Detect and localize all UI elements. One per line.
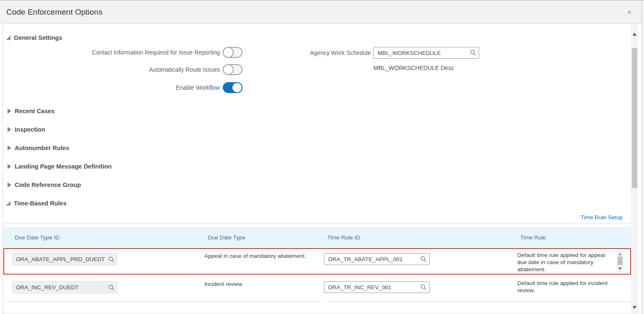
search-icon[interactable] [108,256,115,262]
time-rule-setup-link[interactable]: Time Rule Setup [581,214,623,221]
table-top-border [3,223,631,223]
agency-work-schedule-label: Agency Work Schedule [310,49,371,56]
collapse-triangle-icon [6,201,10,206]
due-date-type-id-lov [12,253,117,266]
time-rule-text: Default time rule applied for incident r… [517,280,615,294]
section-label: Inspection [15,126,45,133]
scroll-up-icon[interactable] [633,33,636,36]
section-label: Landing Page Message Definition [15,163,112,170]
expand-triangle-icon [8,164,11,169]
scroll-down-icon[interactable] [633,306,636,309]
section-general-settings[interactable]: General Settings [6,34,62,41]
search-icon[interactable] [470,50,476,56]
toggle-label: Contact Information Required for Issue R… [92,49,220,56]
time-rule-id-input[interactable] [324,253,430,265]
agency-work-schedule-description: MBL_WORKSCHEDULE Desc [373,65,454,71]
search-icon[interactable] [108,284,115,291]
section-inspection[interactable]: Inspection [8,126,45,133]
row-divider [326,301,521,302]
page-title: Code Enforcement Options [6,0,102,24]
modal-header: Code Enforcement Options × [0,0,642,24]
toggle-label: Enable Workflow [176,84,220,91]
section-label: Code Reference Group [15,182,81,188]
toggle-knob [223,64,234,75]
scroll-up-icon[interactable] [618,253,622,255]
panel-bottom-border [3,313,641,314]
collapse-triangle-icon [6,36,10,40]
toggle-row-auto-route: Automatically Route Issues [0,64,242,75]
section-label: Recent Cases [15,108,55,114]
section-time-based-rules[interactable]: Time-Based Rules [6,200,66,207]
agency-work-schedule-lov [373,47,479,59]
table-row: Incident review. Default time rule appli… [3,275,631,302]
contact-info-toggle[interactable] [223,47,242,58]
section-autonumber-rules[interactable]: Autonumber Rules [8,145,69,151]
expand-triangle-icon [8,145,11,151]
table-header-row: Due Date Type ID Due Date Type Time Rule… [3,227,631,248]
section-landing-page-message[interactable]: Landing Page Message Definition [8,163,112,170]
section-code-reference-group[interactable]: Code Reference Group [8,182,81,188]
section-recent-cases[interactable]: Recent Cases [8,108,55,114]
expand-triangle-icon [8,127,11,132]
search-icon[interactable] [420,256,427,262]
expand-triangle-icon [8,182,11,187]
toggle-knob [223,47,234,58]
page-scrollbar[interactable] [631,24,638,314]
section-label: Autonumber Rules [15,145,69,151]
auto-route-toggle[interactable] [223,64,242,75]
search-icon[interactable] [420,284,427,291]
due-date-type-id-lov [12,281,117,294]
agency-work-schedule-row: Agency Work Schedule [310,47,479,59]
column-header-time-rule-id: Time Rule ID [327,227,360,248]
window-right-border [642,0,642,314]
toggle-row-contact-info: Contact Information Required for Issue R… [0,47,242,58]
time-rule-id-lov [324,253,430,265]
due-date-type-id-input[interactable] [12,253,117,266]
toggle-knob [232,82,242,93]
section-label: Time-Based Rules [14,200,66,207]
enable-workflow-toggle[interactable] [223,82,242,93]
toggle-row-enable-workflow: Enable Workflow [0,82,242,93]
toggle-label: Automatically Route Issues [149,66,220,73]
time-rule-id-lov [324,281,430,293]
scrollbar-thumb[interactable] [632,48,637,188]
due-date-type-text: Incident review. [204,280,243,288]
time-rule-text: Default time rule applied for appeal due… [517,252,613,272]
column-header-due-date-type: Due Date Type [208,227,245,248]
agency-work-schedule-input[interactable] [373,47,479,59]
section-label: General Settings [14,34,62,41]
row-divider [203,301,321,302]
table-row-highlighted: Appeal in case of mandatory abatement. D… [3,248,631,275]
column-header-time-rule: Time Rule [520,227,546,248]
due-date-type-id-input[interactable] [12,281,117,294]
row-divider [4,301,201,302]
time-rule-id-input[interactable] [324,281,430,293]
due-date-type-text: Appeal in case of mandatory abatement. [204,252,306,260]
column-header-due-date-type-id: Due Date Type ID [15,227,60,248]
close-icon[interactable]: × [625,8,634,17]
cell-scrollbar[interactable] [617,251,623,272]
row-divider [523,301,631,302]
scrollbar-thumb[interactable] [618,257,623,265]
scroll-down-icon[interactable] [618,267,622,270]
expand-triangle-icon [8,109,11,114]
